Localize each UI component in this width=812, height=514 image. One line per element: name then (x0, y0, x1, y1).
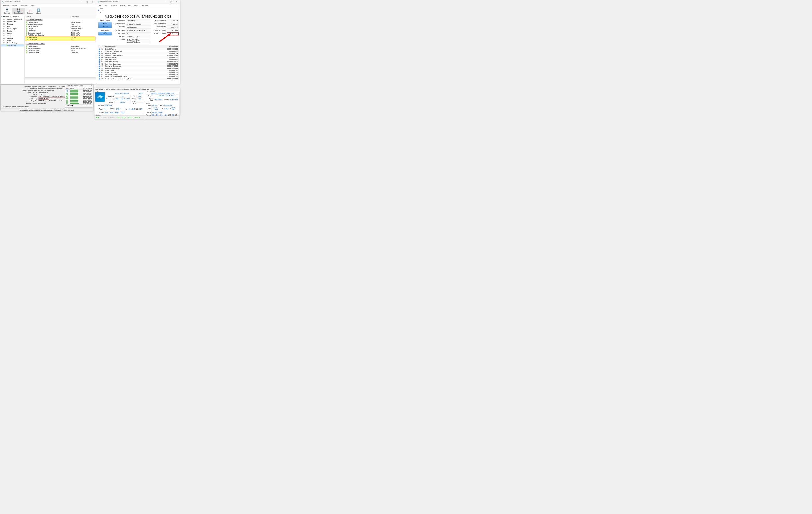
section-power: 📋 Current Power Status (25, 42, 96, 45)
status-dot-icon (99, 63, 100, 65)
h-scrollbar[interactable] (25, 78, 96, 80)
detail-row: 🔋 Wear Level:0.0 % (25, 36, 95, 39)
smart-row[interactable]: 09Host Write Commands000000978552 (98, 65, 178, 67)
status-dot-icon (99, 74, 100, 75)
detail-row: 🔋 Cycle Count:4 (25, 39, 95, 41)
temp-badge: 36 °C (98, 32, 112, 35)
close-icon[interactable]: ✕ (90, 85, 92, 87)
device-tree[interactable]: ⊟🖥️ ALEX-SURFACE-9⊞▪️Central Processor(s… (1, 15, 25, 85)
info-row: Transfer ModePCIe 3.0 x4 | PCIe 4.0 x4 (113, 29, 151, 32)
tree-item[interactable]: ⊞▪️Video Adapter (1, 27, 24, 30)
tree-item[interactable]: ⊞▪️Bus (1, 25, 24, 27)
toolbar-save-report[interactable]: 💾Save Report (12, 8, 25, 14)
tree-item[interactable]: ⊞▪️Central Processor(s) (1, 18, 24, 20)
system-summary-window: HWiNFO64 v7.50-5150 @ Microsoft Corporat… (94, 88, 180, 115)
smart-row[interactable]: 08Host Read Commands0000005DD873 (98, 63, 178, 65)
menu-program[interactable]: Program (2, 4, 11, 7)
hwinfo-title: HWiNFO64 v7.50-5150 (4, 1, 79, 3)
tree-item[interactable]: ⊟▪️Smart Battery (1, 42, 24, 44)
detail-row: 🔋 Discharge Rate:-7981 mW (25, 52, 96, 54)
status-dot-icon (99, 68, 100, 69)
detail-row: 🔋 Full Charged Capacity:48900 mWh (25, 34, 96, 36)
tree-root[interactable]: ⊟🖥️ ALEX-SURFACE-9 (1, 16, 24, 18)
info-row: FeaturesS.M.A.R.T., TRIM, VolatileWriteC… (113, 39, 151, 44)
smart-row[interactable]: 04Available Spare Threshold00000000000A (98, 54, 178, 57)
status-dot (98, 9, 99, 11)
detail-row: 🔋 Designed Capacity:46530 mWh (25, 32, 96, 34)
status-dot-icon (99, 59, 100, 61)
cdi-titlebar[interactable]: 💿 CrystalDiskInfo 8.9.0 x64 — ▢ ✕ (96, 0, 180, 3)
smart-row[interactable]: 0BPower Cycles000000000023 (98, 69, 178, 71)
ss-row: P-core2 / 4Cache L12x32 + 2x48L22x1.25ML… (95, 107, 144, 111)
smart-row[interactable]: 0CPower On Hours000000000008 (98, 71, 178, 73)
menu-function[interactable]: Function (109, 4, 118, 7)
ss-row: Clock1197.1 MHz=12.00x99.8 MH (146, 107, 179, 111)
close-button[interactable]: ✕ (174, 1, 179, 3)
menu-monitoring[interactable]: Monitoring (19, 4, 30, 7)
menu-report[interactable]: Report (11, 4, 19, 7)
tree-item[interactable]: ⊞▪️Monitor (1, 30, 24, 32)
info-row: Power On Hours8 hours (152, 32, 179, 35)
tree-item[interactable]: ⊞▪️Audio (1, 35, 24, 37)
smart-row[interactable]: 03Available Spare000000000064 (98, 53, 178, 55)
maximize-button[interactable]: ▢ (168, 1, 174, 3)
tree-item[interactable]: ⊞▪️Memory (1, 23, 24, 25)
status-dot-icon (99, 72, 100, 73)
detail-row: 🔋 Device Name:SurfaceBattery (25, 21, 96, 23)
detail-row: 🔋 Current Voltage:7.787 V (25, 49, 96, 52)
smart-row[interactable]: 0FNumber of Error Information Log Entrie… (98, 78, 178, 80)
cc-titlebar[interactable]: CPU #0 - Active Clock ✕ (65, 85, 93, 87)
menu-edit[interactable]: Edit (103, 4, 109, 7)
feature-SSSE-3: SSSE-3 (134, 117, 140, 119)
menu-language[interactable]: Language (139, 4, 149, 7)
toolbar-summary[interactable]: 🖥️Summary (2, 8, 12, 14)
menu-help[interactable]: Help (133, 4, 139, 7)
mb-name: Microsoft Corporation Surface Pro 9 (146, 92, 179, 94)
ss-row: E-core8 / 88x64 + 8x322x2M (95, 111, 144, 114)
smart-row[interactable]: 0EMedia and Data Integrity Errors0000000… (98, 75, 178, 78)
smart-row[interactable]: 07Data Units Written00000009394D (98, 61, 178, 63)
menu-theme[interactable]: Theme (118, 4, 126, 7)
tree-selected-battery[interactable]: 🔋Battery #0 (1, 44, 24, 47)
feature-3DNow!-2: 3DNow!-2 (108, 117, 115, 119)
ss-row: Timing32-24-24-52tRC76tR (146, 114, 179, 116)
ss-row: Size16 GBTypeLPDDR5 SD (146, 104, 179, 107)
whql-check-input[interactable] (2, 106, 4, 108)
menu-file[interactable]: File (97, 4, 103, 7)
drive-tab[interactable]: Good 36 °C C: (96, 7, 180, 13)
tree-item[interactable]: ⊞▪️Ports (1, 39, 24, 42)
toolbar-sensors[interactable]: 🌡️Sensors (25, 8, 35, 14)
smart-row[interactable]: 0DUnsafe Shutdowns000000000007 (98, 73, 178, 76)
info-row: StandardNVM Express 1.4 (113, 35, 151, 38)
cdi-icon: 💿 (97, 1, 99, 3)
col-feature: Feature (26, 16, 71, 18)
detail-row: 🔋 Current Capacity:29360 mWh (60.0 %) (25, 47, 96, 50)
smart-row[interactable]: 01Critical Warning000000000000 (98, 48, 178, 51)
minimize-button[interactable]: — (163, 1, 168, 3)
dxdiag-copyright: DxDiag 10.00.22621.0001 64-bit Unicode C… (1, 109, 93, 112)
minimize-button[interactable]: — (79, 1, 84, 3)
smart-row[interactable]: 0AController Busy Time000000000002 (98, 67, 178, 69)
close-button[interactable]: ✕ (89, 1, 95, 3)
mb-legend: Motherboard (146, 91, 156, 92)
menu-disk[interactable]: Disk (126, 4, 133, 7)
status-dot-icon (99, 53, 100, 54)
smart-row[interactable]: 05Percentage Used000000000000 (98, 57, 178, 59)
cpu-selector[interactable]: CPU #0 ▾ (65, 104, 93, 107)
maximize-button[interactable]: ▢ (84, 1, 90, 3)
smart-row[interactable]: 06Data Units Read000000088529 (98, 59, 178, 61)
cdi-title: CrystalDiskInfo 8.9.0 x64 (100, 1, 163, 3)
intel7: Intel 7 (139, 92, 144, 95)
tree-item[interactable]: ⊞▪️Drives (1, 32, 24, 34)
info-row: Rotation Rate---- (SSD) (152, 26, 179, 29)
tree-item[interactable]: ⊞▪️Network (1, 37, 24, 39)
hwinfo-titlebar[interactable]: 🔧 HWiNFO64 v7.50-5150 — ▢ ✕ (1, 0, 96, 3)
feature-SSE: SSE (117, 117, 120, 119)
tree-item[interactable]: ⊞▪️Motherboard (1, 20, 24, 23)
toolbar-about[interactable]: ℹ️About (34, 8, 42, 14)
smart-row[interactable]: 02Composite Temperature000000000135 (98, 50, 178, 53)
menu-help[interactable]: Help (30, 4, 36, 7)
temp-label: Temperature (98, 29, 113, 31)
info-row: Total Host Writes288 GB (152, 23, 179, 26)
intel-logo: intelCOREi7 (95, 92, 105, 102)
